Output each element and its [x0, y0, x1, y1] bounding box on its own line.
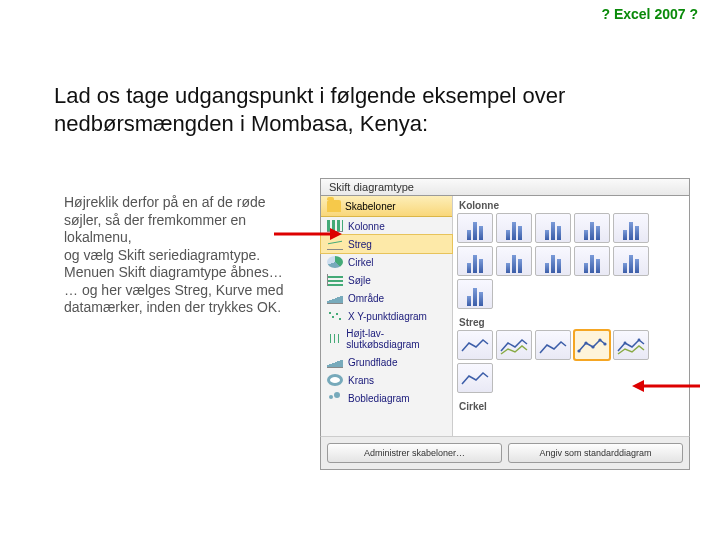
chart-subtype-gallery: Kolonne Streg: [453, 196, 689, 436]
chart-thumb[interactable]: [457, 213, 493, 243]
category-omrade[interactable]: Område: [321, 289, 452, 307]
templates-label: Skabeloner: [345, 201, 396, 212]
instruction-text: Højreklik derfor på en af de røde søjler…: [64, 194, 296, 317]
category-boble[interactable]: Boblediagram: [321, 389, 452, 407]
chart-thumb[interactable]: [613, 213, 649, 243]
chart-thumb[interactable]: [535, 246, 571, 276]
annotation-arrow-icon: [632, 376, 702, 396]
header-link: ? Excel 2007 ?: [601, 6, 698, 22]
chart-thumb[interactable]: [457, 246, 493, 276]
svg-point-0: [577, 349, 580, 352]
category-xy[interactable]: X Y-punktdiagram: [321, 307, 452, 325]
svg-marker-8: [330, 228, 342, 240]
instr-line-2: og vælg Skift seriediagramtype.: [64, 247, 260, 263]
svg-point-4: [603, 342, 606, 345]
scatter-chart-icon: [327, 310, 343, 322]
folder-icon: [327, 200, 341, 212]
section-cirkel-label: Cirkel: [453, 397, 689, 414]
surface-chart-icon: [327, 356, 343, 368]
pie-chart-icon: [327, 256, 343, 268]
chart-thumb[interactable]: [457, 279, 493, 309]
category-cirkel[interactable]: Cirkel: [321, 253, 452, 271]
chart-thumb[interactable]: [613, 330, 649, 360]
chart-thumb[interactable]: [496, 246, 532, 276]
page-title: Lad os tage udgangspunkt i følgende ekse…: [54, 82, 654, 137]
category-sojle[interactable]: Søjle: [321, 271, 452, 289]
chart-thumb[interactable]: [535, 213, 571, 243]
chart-thumb[interactable]: [613, 246, 649, 276]
svg-point-1: [584, 341, 587, 344]
category-surface[interactable]: Grundflade: [321, 353, 452, 371]
chart-thumb[interactable]: [574, 246, 610, 276]
svg-point-6: [638, 339, 641, 342]
annotation-arrow-icon: [272, 224, 342, 244]
chart-thumb-line-markers[interactable]: [574, 330, 610, 360]
doughnut-chart-icon: [327, 374, 343, 386]
bubble-chart-icon: [327, 392, 343, 404]
chart-thumb[interactable]: [496, 330, 532, 360]
bar-chart-icon: [327, 274, 343, 286]
svg-marker-10: [632, 380, 644, 392]
dialog-titlebar: Skift diagramtype: [320, 178, 690, 196]
instr-line-1: Højreklik derfor på en af de røde søjler…: [64, 194, 266, 245]
svg-point-2: [591, 345, 594, 348]
chart-thumb[interactable]: [457, 363, 493, 393]
chart-thumb[interactable]: [496, 213, 532, 243]
section-streg-label: Streg: [453, 313, 689, 330]
dialog-footer: Administrer skabeloner… Angiv som standa…: [320, 436, 690, 470]
area-chart-icon: [327, 292, 343, 304]
change-chart-type-dialog: Skift diagramtype Skabeloner Kolonne Str…: [320, 178, 690, 478]
svg-point-5: [624, 342, 627, 345]
category-krans[interactable]: Krans: [321, 371, 452, 389]
svg-point-3: [598, 338, 601, 341]
chart-thumb[interactable]: [574, 213, 610, 243]
stock-chart-icon: [327, 333, 341, 345]
manage-templates-button[interactable]: Administrer skabeloner…: [327, 443, 502, 463]
section-kolonne-label: Kolonne: [453, 196, 689, 213]
templates-item[interactable]: Skabeloner: [321, 196, 452, 217]
category-stock[interactable]: Højt-lav-slutkøbsdiagram: [321, 325, 452, 353]
kolonne-thumbs: [453, 213, 689, 313]
instr-line-4: … og her vælges Streg, Kurve med datamær…: [64, 282, 283, 316]
set-default-button[interactable]: Angiv som standarddiagram: [508, 443, 683, 463]
chart-thumb[interactable]: [457, 330, 493, 360]
chart-thumb[interactable]: [535, 330, 571, 360]
instr-line-3: Menuen Skift diagramtype åbnes…: [64, 264, 283, 280]
